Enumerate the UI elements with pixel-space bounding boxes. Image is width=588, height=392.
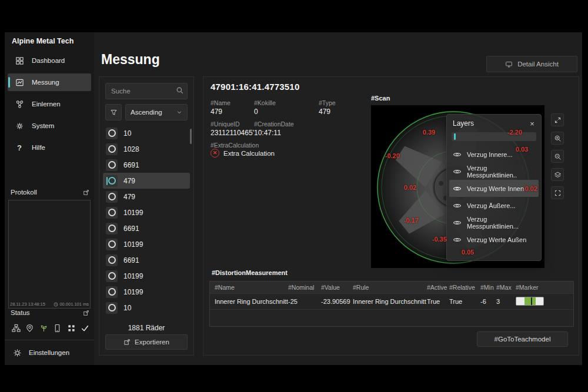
layer-item[interactable]: Verzug Messpunktlinien.. xyxy=(449,163,539,180)
scan-value: 0.03 xyxy=(516,146,528,153)
export-button[interactable]: Exportieren xyxy=(105,334,188,350)
field-label: #UniqueID xyxy=(211,120,240,128)
list-item[interactable]: 479 xyxy=(103,189,190,205)
search-icon xyxy=(176,86,184,95)
sort-value: Ascending xyxy=(131,109,162,116)
record-circle-icon xyxy=(106,286,118,298)
field-label: #Type xyxy=(319,99,336,106)
record-circle-icon xyxy=(106,302,118,314)
table-row[interactable]: Innerer Ring Durchschnitt -25 -23.90569 … xyxy=(210,293,573,309)
eye-icon xyxy=(453,168,462,175)
wheel-count: 1881 Räder xyxy=(99,324,193,332)
layers-icon[interactable] xyxy=(551,168,564,181)
zoom-out-icon[interactable] xyxy=(551,150,564,163)
sidebar-item-hilfe[interactable]: ? Hilfe xyxy=(8,139,91,156)
record-circle-icon xyxy=(106,207,118,219)
chevron-down-icon xyxy=(176,109,182,115)
close-icon[interactable]: × xyxy=(527,118,537,129)
search-input[interactable] xyxy=(105,83,188,99)
scan-value: -0.02 xyxy=(523,185,537,192)
sidebar-item-dashboard[interactable]: Dashboard xyxy=(8,52,91,69)
sidebar-item-label: Hilfe xyxy=(32,144,45,151)
measurement-table: #Name #Nominal #Value #Rule #Active #Rel… xyxy=(209,281,574,327)
list-item[interactable]: 6691 xyxy=(103,157,190,173)
layer-item[interactable]: Verzug Äußere... xyxy=(449,197,539,214)
scan-value: -0.17 xyxy=(404,217,419,224)
wheel-list-panel: Ascending 10 1028 6691 479 479 10199 669… xyxy=(99,76,194,356)
list-item[interactable]: 1028 xyxy=(103,141,190,157)
scan-value: -0.20 xyxy=(385,152,400,159)
apps-grid-icon[interactable] xyxy=(66,323,76,333)
layer-item[interactable]: Verzug Messpunktlinien... xyxy=(449,214,539,231)
sidebar-nav: Dashboard Messung Einlernen System xyxy=(8,52,91,160)
cell-active: True xyxy=(427,298,449,305)
sidebar-item-einlernen[interactable]: Einlernen xyxy=(8,95,91,113)
protokoll-timestamp: 28.11.23 13:48:15 xyxy=(10,301,45,307)
device-icon[interactable] xyxy=(52,323,63,333)
sort-dropdown[interactable]: Ascending xyxy=(125,104,188,120)
wheel-list: 10 1028 6691 479 479 10199 6691 10199 66… xyxy=(103,125,190,316)
resize-arrows-icon[interactable] xyxy=(551,113,564,126)
range-marker-widget xyxy=(516,297,544,306)
export-label: Exportieren xyxy=(135,339,169,346)
list-item[interactable]: 10199 xyxy=(103,236,190,252)
record-circle-icon xyxy=(106,223,118,234)
fullscreen-icon[interactable] xyxy=(551,186,564,199)
export-icon xyxy=(123,339,131,346)
protokoll-log-box[interactable]: 28.11.23 13:48:15 00.001.101 ms xyxy=(8,200,91,309)
app-title: Alpine Metal Tech xyxy=(12,37,74,45)
sidebar-item-label: Einlernen xyxy=(32,100,61,108)
sidebar-item-system[interactable]: System xyxy=(8,117,91,135)
sprout-icon[interactable] xyxy=(38,323,49,333)
list-item[interactable]: 6691 xyxy=(103,220,190,236)
record-circle-icon xyxy=(106,143,118,155)
open-in-new-icon[interactable] xyxy=(83,189,89,196)
cell-marker xyxy=(516,297,573,307)
scan-value: 0.02 xyxy=(404,184,416,191)
field-label: #CreationDate xyxy=(254,120,294,128)
list-item[interactable]: 10 xyxy=(103,300,190,316)
list-scrollbar[interactable] xyxy=(190,129,192,144)
eye-icon xyxy=(453,202,462,209)
system-icon xyxy=(15,121,24,130)
gear-icon xyxy=(13,349,22,357)
detail-title: 47901:16:41.4773510 xyxy=(211,82,299,92)
help-icon: ? xyxy=(15,143,24,152)
detail-view-label: Detail Ansicht xyxy=(517,61,559,68)
filter-button[interactable] xyxy=(105,104,122,120)
sidebar-item-messung[interactable]: Messung xyxy=(8,73,91,91)
distortion-measurement-label: #DistortionMeasurement xyxy=(212,269,288,276)
extra-calculation-row: ✕ Extra Calculation xyxy=(211,149,275,158)
status-header: Status xyxy=(11,309,89,316)
scan-value: -2.20 xyxy=(507,129,522,136)
field-label: #ExtraCalculation xyxy=(211,142,259,149)
workflow-icon[interactable] xyxy=(11,323,21,333)
settings-row[interactable]: Einstellungen xyxy=(5,340,94,360)
check-icon[interactable] xyxy=(80,323,91,333)
list-item[interactable]: 10 xyxy=(103,125,190,141)
eye-icon xyxy=(453,151,462,158)
layer-item[interactable]: Verzug Werte Außen xyxy=(449,231,539,248)
list-item[interactable]: 10199 xyxy=(103,284,190,300)
list-item-selected[interactable]: 479 xyxy=(103,173,190,189)
record-circle-icon xyxy=(106,254,118,266)
main-area: Messung Detail Ansicht Ascending xyxy=(94,32,582,365)
clock-icon xyxy=(54,302,58,307)
list-item[interactable]: 6691 xyxy=(103,252,190,268)
scan-toolbar xyxy=(551,113,564,205)
open-in-new-icon[interactable] xyxy=(83,310,89,316)
zoom-in-icon[interactable] xyxy=(551,132,564,145)
field-value: 479 xyxy=(319,108,330,116)
eye-icon xyxy=(453,219,462,226)
layer-items: Verzug Innere... Verzug Messpunktlinien.… xyxy=(447,146,541,248)
protokoll-header: Protokoll xyxy=(11,189,89,196)
layers-opacity-slider[interactable] xyxy=(452,132,536,141)
cell-value: -23.90569 xyxy=(321,298,353,305)
list-item[interactable]: 10199 xyxy=(103,268,190,284)
goto-teachmodel-button[interactable]: #GoToTeachmodel xyxy=(477,331,568,347)
cell-max: 3 xyxy=(496,298,516,305)
list-item[interactable]: 10199 xyxy=(103,205,190,220)
location-pin-icon[interactable] xyxy=(25,323,35,333)
field-label: #Kokille xyxy=(254,99,276,106)
detail-view-button[interactable]: Detail Ansicht xyxy=(486,56,577,72)
